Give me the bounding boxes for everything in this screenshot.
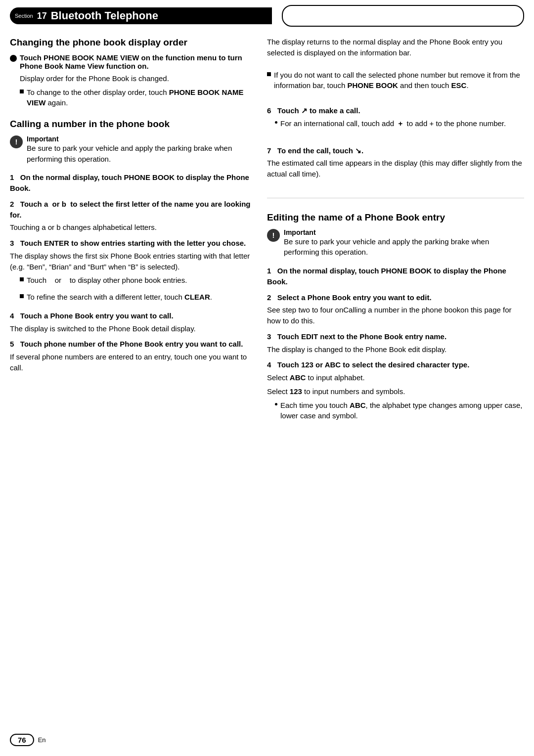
header-right-decoration [282,5,524,27]
bullet-step-name-view-text: Touch PHONE BOOK NAME VIEW on the functi… [20,53,252,70]
square-bullet-icon-2 [20,277,24,281]
left-column: Changing the phone book display order To… [10,37,252,431]
square-bullet-icon-3 [20,294,24,298]
edit-step-4-sub2: Select 123 to input numbers and symbols. [267,386,524,397]
calling-step-2-header: 2 Touch a or b to select the first lette… [10,199,252,221]
right-top-sub1-text: If you do not want to call the selected … [274,70,524,91]
section-changing-display-order: Changing the phone book display order To… [10,37,252,111]
edit-step-4-sub3-text: Each time you touch ABC, the alphabet ty… [280,400,524,422]
main-content: Changing the phone book display order To… [0,27,534,441]
step3-sub2: To refine the search with a different le… [20,292,252,306]
calling-step-5: 5 Touch phone number of the Phone Book e… [10,339,252,373]
step3-sub2-text: To refine the search with a different le… [27,292,212,303]
step6-sub: For an international call, touch add + t… [275,118,524,132]
calling-step-5-header: 5 Touch phone number of the Phone Book e… [10,339,252,350]
dot-bullet-icon [275,121,277,124]
edit-step-3-header: 3 Touch EDIT next to the Phone Book entr… [267,331,524,342]
calling-step-1-header: 1 On the normal display, touch PHONE BOO… [10,172,252,194]
section-divider [267,198,524,198]
calling-step-4: 4 Touch a Phone Book entry you want to c… [10,311,252,334]
right-step-7-body: The estimated call time appears in the d… [267,158,524,179]
calling-step-2: 2 Touch a or b to select the first lette… [10,199,252,233]
square-bullet-icon [20,89,24,93]
edit-step-1: 1 On the normal display, touch PHONE BOO… [267,266,524,287]
section-title: Bluetooth Telephone [51,9,158,22]
sub-change-order: To change to the other display order, to… [20,87,252,112]
calling-step-2-body: Touching a or b changes alphabetical let… [10,222,252,233]
page-number-badge: 76 [10,734,34,746]
right-step-6: 6 Touch ↗ to make a call. For an interna… [267,105,524,132]
important-body-calling: Be sure to park your vehicle and apply t… [27,143,252,165]
edit-step-4-sub3: Each time you touch ABC, the alphabet ty… [275,400,524,425]
right-column: The display returns to the normal displa… [267,37,524,431]
bullet-step-name-view: Touch PHONE BOOK NAME VIEW on the functi… [10,53,252,70]
important-icon: ! [10,135,23,148]
change-order-text: To change to the other display order, to… [27,87,252,109]
important-box-calling: ! Important Be sure to park your vehicle… [10,135,252,168]
section-editing-name: Editing the name of a Phone Book entry !… [267,212,524,424]
step3-sub1-text: Touch or to display other phone book ent… [27,275,187,286]
right-step-7-header: 7 To end the call, touch ↘. [267,145,524,156]
important-box-editing: ! Important Be sure to park your vehicle… [267,228,524,261]
page-header: Section 17 Bluetooth Telephone [0,0,534,27]
edit-step-2-body: See step two to four onCalling a number … [267,305,524,326]
circle-bullet-icon [10,55,17,62]
section-heading-calling: Calling a number in the phone book [10,118,252,130]
square-bullet-icon-right [267,72,271,76]
calling-step-3-body: The display shows the first six Phone Bo… [10,251,252,272]
dot-bullet-icon-edit [275,403,277,405]
right-step-7: 7 To end the call, touch ↘. The estimate… [267,145,524,179]
edit-step-4: 4 Touch 123 or ABC to select the desired… [267,359,524,424]
edit-step-3: 3 Touch EDIT next to the Phone Book entr… [267,331,524,355]
edit-step-2: 2 Select a Phone Book entry you want to … [267,292,524,326]
right-step-6-header: 6 Touch ↗ to make a call. [267,105,524,116]
edit-step-3-body: The display is changed to the Phone Book… [267,344,524,355]
step3-sub1: Touch or to display other phone book ent… [20,275,252,289]
step6-sub-text: For an international call, touch add + t… [280,118,506,129]
section-label: Section [15,13,33,19]
calling-step-1: 1 On the normal display, touch PHONE BOO… [10,172,252,194]
section-badge: Section 17 Bluetooth Telephone [10,7,272,24]
important-icon-editing: ! [267,229,280,242]
edit-step-4-sub1: Select ABC to input alphabet. [267,372,524,383]
right-top-para1: The display returns to the normal displa… [267,37,524,58]
edit-step-4-header: 4 Touch 123 or ABC to select the desired… [267,359,524,370]
section-heading-display-order: Changing the phone book display order [10,37,252,48]
edit-step-1-header: 1 On the normal display, touch PHONE BOO… [267,266,524,287]
section-number: 17 [37,11,47,21]
section-heading-editing: Editing the name of a Phone Book entry [267,212,524,223]
section-calling-number: Calling a number in the phone book ! Imp… [10,118,252,373]
calling-step-3: 3 Touch ENTER to show entries starting w… [10,238,252,306]
edit-step-2-header: 2 Select a Phone Book entry you want to … [267,292,524,303]
calling-step-5-body: If several phone numbers are entered to … [10,352,252,373]
phone-book-name-view-bold: PHONE BOOK NAME VIEW [27,88,244,107]
important-content-calling: Important Be sure to park your vehicle a… [27,135,252,168]
important-label-calling: Important [27,135,252,143]
important-body-editing: Be sure to park your vehicle and apply t… [284,236,524,258]
name-view-bold: Touch PHONE BOOK NAME VIEW on the functi… [20,53,242,70]
display-order-changed-text: Display order for the Phone Book is chan… [20,73,252,84]
calling-step-3-header: 3 Touch ENTER to show entries starting w… [10,238,252,249]
right-top-sub1: If you do not want to call the selected … [267,70,524,94]
footer-language: En [38,736,46,744]
page-footer: 76 En [10,734,46,746]
calling-step-4-body: The display is switched to the Phone Boo… [10,323,252,334]
important-label-editing: Important [284,228,524,236]
calling-step-4-header: 4 Touch a Phone Book entry you want to c… [10,311,252,321]
important-content-editing: Important Be sure to park your vehicle a… [284,228,524,261]
